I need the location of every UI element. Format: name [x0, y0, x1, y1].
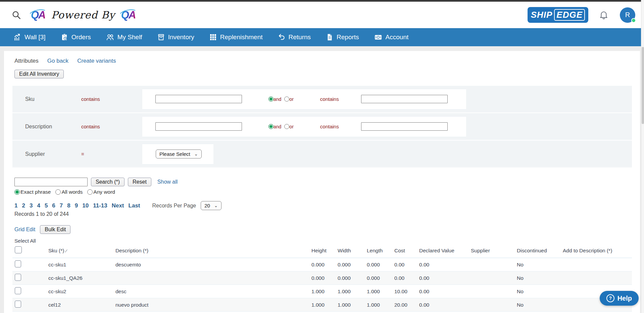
nav-item-inventory[interactable]: Inventory [157, 33, 194, 41]
match-option-label: All words [61, 189, 83, 195]
page-title: Attributes [14, 58, 39, 64]
filter-field-label: Description [12, 124, 81, 130]
nav-item-reports[interactable]: Reports [326, 33, 359, 41]
column-header-discontinued[interactable]: Discontinued [517, 245, 563, 258]
nav-item-label: Reports [337, 34, 359, 41]
help-button[interactable]: ? Help [600, 291, 639, 306]
records-per-page-label: Records Per Page [152, 203, 196, 209]
cell-height: 0.000 [311, 271, 338, 285]
search-button[interactable]: Search (*) [91, 178, 125, 186]
nav-item-replenishment[interactable]: Replenishment [209, 33, 263, 41]
bulk-edit-button[interactable]: Bulk Edit [40, 225, 70, 234]
any-word-radio[interactable] [87, 189, 93, 195]
sku-contains-input-1[interactable] [155, 95, 242, 103]
cell-cost: 0.00 [394, 312, 419, 313]
sku-contains-input-2[interactable] [361, 95, 448, 103]
table-row[interactable]: cc-sku1 descuemto 0.000 0.000 0.000 0.00… [12, 258, 632, 271]
column-header-cost[interactable]: Cost [394, 245, 419, 258]
chevron-down-icon: ⌄ [194, 153, 198, 155]
page-link[interactable]: 4 [37, 202, 40, 209]
help-label: Help [617, 295, 632, 302]
document-icon [326, 33, 334, 41]
page-link[interactable]: 3 [30, 202, 33, 209]
select-all-checkbox[interactable] [15, 246, 22, 253]
description-or-radio[interactable] [284, 124, 289, 129]
column-header-length[interactable]: Length [367, 245, 394, 258]
table-row[interactable]: cel12 nuevo product 1.000 1.000 1.000 20… [12, 298, 632, 312]
page-link[interactable]: Last [129, 202, 140, 209]
nav-item-wall[interactable]: Wall [3] [13, 33, 46, 41]
row-checkbox[interactable] [15, 274, 21, 281]
column-header-height[interactable]: Height [311, 245, 338, 258]
column-header-width[interactable]: Width [338, 245, 367, 258]
create-variants-link[interactable]: Create variants [77, 58, 116, 64]
filter-field-label: Sku [12, 96, 81, 102]
page-link[interactable]: 7 [60, 202, 63, 209]
description-and-radio[interactable] [268, 124, 274, 129]
column-header-supplier[interactable]: Supplier [471, 245, 517, 258]
supplier-select[interactable]: Please Select ⌄ [156, 149, 202, 159]
undo-arrow-icon [278, 33, 286, 41]
column-header-description[interactable]: Description (*) [115, 245, 311, 258]
filter-block: Sku contains and or contains Description [12, 86, 632, 168]
sku-and-radio[interactable] [268, 97, 274, 102]
cell-width: 0.000 [338, 258, 367, 271]
search-icon[interactable] [11, 10, 21, 20]
page-link[interactable]: Next [112, 202, 124, 209]
column-header-declared-value[interactable]: Declared Value [419, 245, 471, 258]
description-contains-input-2[interactable] [361, 122, 448, 131]
bar-chart-icon [13, 33, 21, 41]
nav-item-orders[interactable]: Orders [60, 33, 91, 41]
filter-operator2-label: contains [320, 124, 339, 129]
filter-inputs-panel: and or contains [142, 89, 466, 110]
nav-item-label: Returns [289, 34, 311, 41]
column-header-add-to-description[interactable]: Add to Description (*) [563, 245, 632, 258]
row-checkbox[interactable] [15, 301, 21, 308]
online-status-dot [631, 18, 636, 23]
column-header-sku[interactable]: Sku (*)∕ [48, 245, 115, 258]
nav-item-my-shelf[interactable]: My Shelf [106, 33, 142, 41]
filter-row-description: Description contains and or contains [12, 113, 632, 141]
reset-button[interactable]: Reset [128, 178, 151, 186]
page-link[interactable]: 8 [67, 202, 70, 209]
user-avatar[interactable]: R [620, 7, 635, 23]
filter-operator-label: contains [81, 96, 142, 102]
page-link[interactable]: 2 [22, 202, 25, 209]
page-link[interactable]: 5 [45, 202, 48, 209]
cell-height: 1.000 [311, 285, 338, 298]
or-radio-label: or [289, 97, 293, 102]
go-back-link[interactable]: Go back [47, 58, 68, 64]
page-link[interactable]: 1 [14, 202, 17, 209]
sku-or-radio[interactable] [284, 97, 289, 102]
exact-phrase-radio[interactable] [14, 189, 20, 195]
show-all-link[interactable]: Show all [157, 179, 178, 185]
row-checkbox[interactable] [15, 260, 21, 267]
filter-row-sku: Sku contains and or contains [12, 86, 632, 113]
page-link[interactable]: 11-13 [93, 202, 107, 209]
nav-item-returns[interactable]: Returns [278, 33, 311, 41]
notifications-bell-icon[interactable] [599, 10, 608, 20]
table-row[interactable]: cc-sku2 desc 1.000 1.000 1.000 10.00 0.0… [12, 285, 632, 298]
pagination-row: 1234567891011-13NextLast Records Per Pag… [12, 201, 632, 210]
grid-edit-link[interactable]: Grid Edit [14, 227, 35, 233]
cell-discontinued: No [517, 312, 563, 313]
table-row[interactable]: cc-sku1_QA26 0.000 0.000 0.000 0.00 0.00… [12, 271, 632, 285]
qa-logo-icon: QA [120, 9, 137, 21]
records-per-page-select[interactable]: 20 ⌄ [201, 201, 221, 210]
all-words-radio[interactable] [55, 189, 61, 195]
cell-length: 1.000 [367, 298, 394, 312]
description-contains-input-1[interactable] [155, 122, 242, 131]
edit-all-inventory-button[interactable]: Edit All Inventory [14, 70, 64, 78]
page-link[interactable]: 6 [52, 202, 55, 209]
vertical-scrollbar[interactable] [641, 0, 644, 313]
page-link[interactable]: 9 [75, 202, 78, 209]
scrollbar-thumb[interactable] [642, 47, 644, 124]
nav-item-account[interactable]: Account [374, 33, 409, 41]
row-checkbox[interactable] [15, 287, 21, 294]
records-summary: Records 1 to 20 of 244 [12, 211, 632, 217]
main-nav: Wall [3] Orders My Shelf Inventory [0, 28, 644, 46]
page-link[interactable]: 10 [82, 202, 89, 209]
search-input[interactable] [14, 178, 88, 186]
cell-add-to-description [563, 312, 632, 313]
table-row[interactable]: celular nuevo modelo - Morado 0.100 0.10… [12, 312, 632, 313]
